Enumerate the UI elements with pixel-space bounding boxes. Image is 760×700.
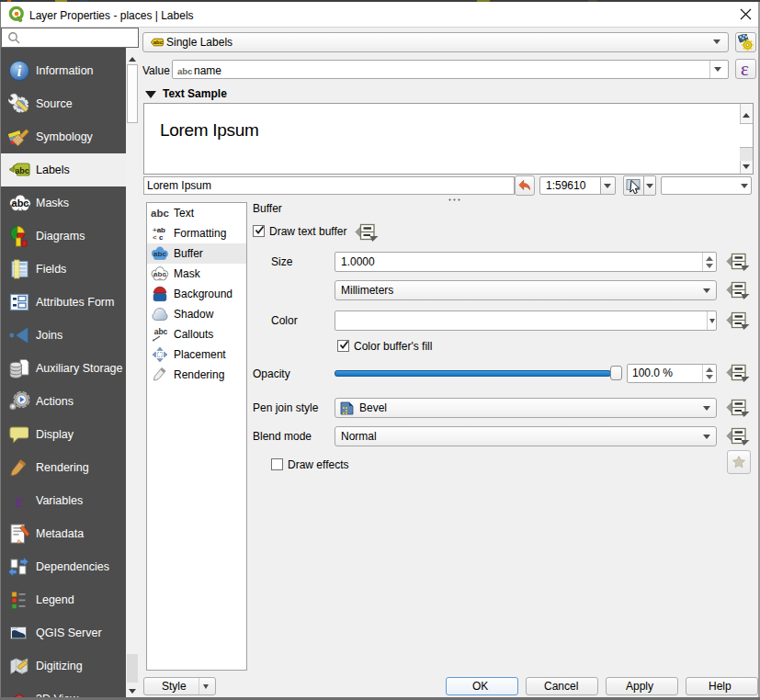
svg-text:i: i bbox=[17, 63, 22, 79]
svg-text:abc: abc bbox=[153, 270, 166, 278]
svg-text:ε: ε bbox=[15, 490, 23, 512]
svg-text:< c: < c bbox=[153, 233, 164, 242]
svg-text:abc: abc bbox=[154, 327, 168, 336]
svg-text:abc: abc bbox=[153, 250, 166, 258]
svg-text:abc: abc bbox=[151, 208, 169, 219]
svg-text:abc: abc bbox=[153, 40, 164, 45]
svg-text:abc: abc bbox=[12, 198, 29, 209]
svg-text:abc: abc bbox=[15, 166, 29, 175]
